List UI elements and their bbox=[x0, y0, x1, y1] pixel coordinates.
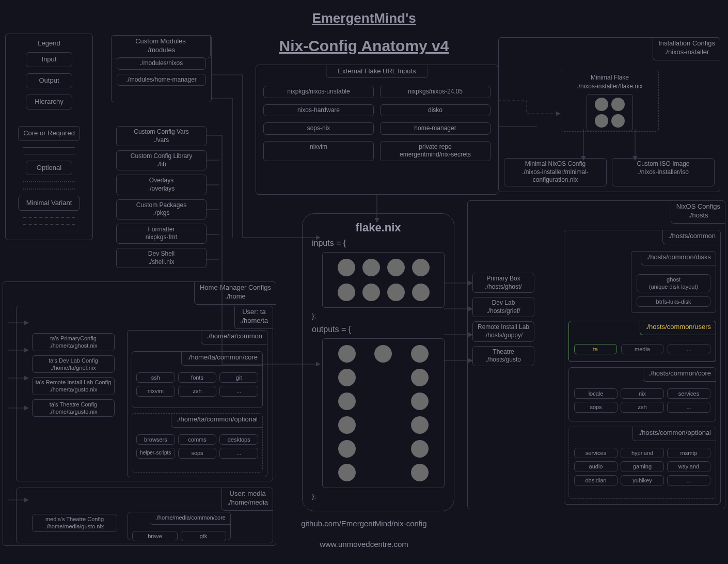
core-zsh: zsh bbox=[621, 402, 664, 412]
user-media-header: User: media./home/media bbox=[221, 488, 273, 511]
legend-minimal: Minimal Variant bbox=[18, 196, 80, 211]
legend-panel: Legend Input Output Hierarchy Core or Re… bbox=[5, 34, 93, 240]
hosts-core-header: ./hosts/common/core bbox=[643, 367, 716, 382]
external-flake-panel: External Flake URL Inputs nixpkgs/nixos-… bbox=[256, 65, 498, 195]
tac-more: ... bbox=[219, 386, 258, 396]
ext-nixvim: nixvim bbox=[263, 141, 374, 161]
flake-inputs-close: }; bbox=[312, 312, 445, 320]
legend-input: Input bbox=[26, 52, 72, 67]
hm-configs-header: Home-Manager Configs./home bbox=[194, 281, 276, 305]
opt-gaming: gaming bbox=[621, 461, 664, 472]
custom-iso: Custom ISO Image./nixos-installer/iso bbox=[612, 158, 715, 186]
legend-output: Output bbox=[26, 73, 72, 88]
hosts-disks-header: ./hosts/common/disks bbox=[641, 251, 716, 265]
flake-outputs-close: }; bbox=[312, 492, 445, 500]
ext-stable: nixpkgs/nixos-24.05 bbox=[380, 86, 490, 98]
side-overlays: Overlays./overlays bbox=[116, 175, 207, 195]
ext-hardware: nixos-hardware bbox=[263, 104, 374, 117]
opt-obsidian: obsidian bbox=[574, 475, 618, 485]
mc-gtk: gtk bbox=[181, 531, 226, 541]
opt-audio: audio bbox=[574, 461, 618, 472]
custom-modules-header: Custom Modules./modules bbox=[111, 35, 211, 58]
side-shell: Dev Shell./shell.nix bbox=[116, 248, 207, 268]
flake-inputs-open: inputs = { bbox=[312, 239, 445, 248]
legend-header: Legend bbox=[12, 39, 86, 47]
legend-optional: Optional bbox=[26, 161, 72, 176]
opt-more: ... bbox=[667, 475, 710, 485]
hosts-users-header: ./hosts/common/users bbox=[640, 321, 716, 335]
tac-zsh: zsh bbox=[178, 386, 217, 396]
core-sops: sops bbox=[574, 402, 618, 412]
media-theatre: media's Theatre Config./home/media/gusto… bbox=[32, 514, 117, 532]
disk-btrfs: btrfs-luks-disk bbox=[637, 296, 710, 307]
side-lib: Custom Config Library./lib bbox=[116, 150, 207, 170]
hm-configs-panel: Home-Manager Configs./home User: ta./hom… bbox=[3, 281, 276, 546]
tao-sops: sops bbox=[178, 448, 217, 458]
user-ta-header: User: ta./home/ta bbox=[234, 306, 273, 329]
nixos-configs-header: NixOS Configs./hosts bbox=[671, 200, 725, 224]
side-formatter: Formatternixpkgs-fmt bbox=[116, 224, 207, 244]
title-line-1: EmergentMind's bbox=[0, 10, 728, 26]
flake-outputs-circles bbox=[322, 338, 445, 488]
hosts-core: ./hosts/common/core locale nix services … bbox=[568, 367, 716, 421]
hosts-users: ./hosts/common/users ta media ... bbox=[568, 321, 716, 362]
user-media-panel: User: media./home/media media's Theatre … bbox=[16, 488, 273, 543]
mc-brave: brave bbox=[132, 531, 178, 541]
user-media: media bbox=[621, 344, 664, 354]
side-pkgs: Custom Packages./pkgs bbox=[116, 199, 207, 220]
ta-common: ./home/ta/common ./home/ta/common/core s… bbox=[127, 330, 267, 477]
modules-nixos: ./modules/nixos bbox=[117, 57, 206, 70]
tac-ssh: ssh bbox=[136, 372, 175, 383]
flake-inputs-circles bbox=[322, 252, 445, 308]
opt-wayland: wayland bbox=[667, 461, 710, 472]
opt-msmtp: msmtp bbox=[667, 448, 710, 458]
ta-common-header: ./home/ta/common bbox=[201, 330, 267, 344]
installation-panel: Installation Configs./nixos-installer Mi… bbox=[498, 37, 720, 192]
ta-common-optional-header: ./home/ta/common/optional bbox=[171, 413, 263, 428]
opt-hyprland: hyprland bbox=[621, 448, 664, 458]
hosts-optional: ./hosts/common/optional services hyprlan… bbox=[568, 427, 716, 499]
opt-yubikey: yubikey bbox=[621, 475, 664, 485]
installation-header: Installation Configs./nixos-installer bbox=[653, 37, 720, 60]
ext-disko: disko bbox=[380, 104, 490, 117]
ta-theatre: ta's Theatre Config./home/ta/gusto.nix bbox=[32, 399, 115, 417]
tao-browsers: browsers bbox=[136, 434, 175, 445]
hosts-common-header: ./hosts/common bbox=[662, 230, 721, 244]
ext-hm: home-manager bbox=[380, 122, 490, 135]
flake-outputs-open: outputs = { bbox=[312, 325, 445, 334]
tao-helper: helper-scripts bbox=[136, 448, 175, 458]
user-ta: ta bbox=[574, 344, 617, 354]
user-more: ... bbox=[668, 344, 710, 354]
hosts-common: ./hosts/common ./hosts/common/disks ghos… bbox=[564, 230, 721, 505]
ta-common-core-header: ./home/ta/common/core bbox=[181, 351, 263, 366]
flake-title: flake.nix bbox=[312, 221, 445, 234]
ext-private: private repoemergentmind/nix-secrets bbox=[380, 141, 490, 161]
tao-desktops: desktops bbox=[219, 434, 258, 445]
ta-primary: ta's PrimaryConfig./home/ta/ghost.nix bbox=[32, 333, 115, 351]
minimal-flake: Minimal Flake./nixos-installer/flake.nix bbox=[561, 70, 659, 132]
tac-fonts: fonts bbox=[178, 372, 217, 383]
custom-modules-panel: Custom Modules./modules ./modules/nixos … bbox=[111, 35, 212, 102]
media-common-core: ./home/media/common/core brave gtk bbox=[128, 512, 231, 540]
core-services: services bbox=[667, 388, 710, 399]
nixos-configs-panel: NixOS Configs./hosts ./hosts/common ./ho… bbox=[467, 200, 725, 509]
external-flake-header: External Flake URL Inputs bbox=[326, 65, 428, 78]
tao-more: ... bbox=[219, 448, 258, 458]
hosts-disks: ./hosts/common/disks ghost(unique disk l… bbox=[631, 251, 716, 313]
core-nix: nix bbox=[621, 388, 664, 399]
user-ta-panel: User: ta./home/ta ta's PrimaryConfig./ho… bbox=[16, 306, 273, 481]
ta-host-configs: ta's PrimaryConfig./home/ta/ghost.nix ta… bbox=[32, 333, 115, 417]
ta-common-optional: ./home/ta/common/optional browsers comms… bbox=[132, 413, 263, 473]
opt-services: services bbox=[574, 448, 618, 458]
tac-nixvim: nixvim bbox=[136, 386, 175, 396]
ext-unstable: nixpkgs/nixos-unstable bbox=[263, 86, 374, 98]
legend-core: Core or Required bbox=[18, 126, 80, 141]
tac-git: git bbox=[219, 372, 258, 383]
ta-dev: ta's Dev Lab Config./home/ta/grief.nix bbox=[32, 355, 115, 373]
side-vars: Custom Config Vars./vars bbox=[116, 126, 207, 146]
disk-ghost: ghost(unique disk layout) bbox=[637, 274, 710, 292]
ext-sops: sops-nix bbox=[263, 122, 374, 135]
minimal-config: Minimal NixOS Config./nixos-installer/mi… bbox=[504, 158, 607, 186]
legend-hierarchy: Hierarchy bbox=[26, 95, 72, 109]
tao-comms: comms bbox=[178, 434, 217, 445]
